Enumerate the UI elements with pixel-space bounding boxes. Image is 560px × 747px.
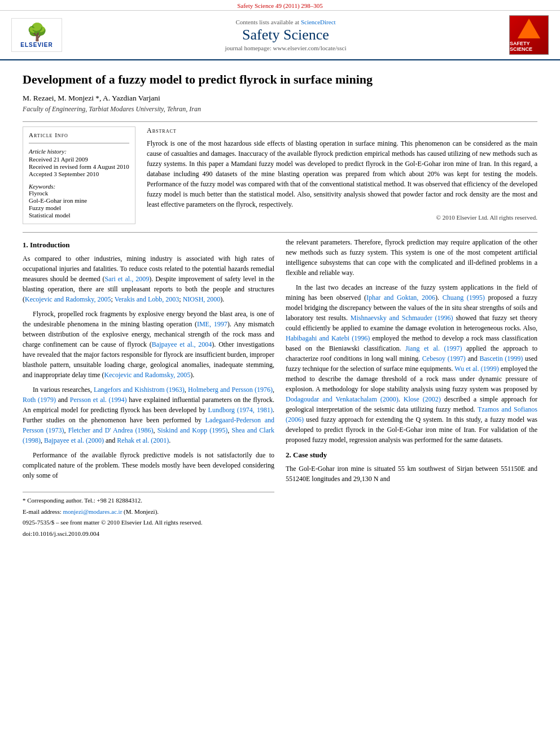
authors: M. Rezaei, M. Monjezi *, A. Yazdian Varj… <box>23 94 537 103</box>
ref-siskind[interactable]: Siskind and Kopp (1995) <box>158 426 228 434</box>
issn-line: 0925-7535/$ – see front matter © 2010 El… <box>23 518 274 527</box>
ref-iphar[interactable]: Iphar and Goktan, 2006 <box>366 294 435 302</box>
abstract-text: Flyrock is one of the most hazardous sid… <box>147 138 537 209</box>
journal-header: 🌳 ELSEVIER Contents lists available at S… <box>0 11 560 60</box>
journal-center-info: Contents lists available at ScienceDirec… <box>68 19 504 51</box>
sciencedirect-line: Contents lists available at ScienceDirec… <box>68 19 504 25</box>
ref-wu[interactable]: Wu et al. (1999) <box>454 365 498 373</box>
keywords-section: Keywords: Flyrock Gol-E-Gohar iron mine … <box>29 183 129 219</box>
authors-text: M. Rezaei, M. Monjezi *, A. Yazdian Varj… <box>23 94 160 102</box>
article-info-title: Article Info <box>29 132 129 138</box>
elsevier-label: ELSEVIER <box>20 42 53 48</box>
ref-sari[interactable]: Sari et al., 2009 <box>104 275 149 283</box>
email-link[interactable]: monjezi@modares.ac.ir <box>63 508 122 515</box>
info-divider <box>29 143 129 143</box>
ref-habibagahi[interactable]: Habibagahi and Katebi (1996) <box>286 334 370 342</box>
doi-line: doi:10.1016/j.ssci.2010.09.004 <box>23 529 274 539</box>
article-info-abstract-row: Article Info Article history: Received 2… <box>23 126 537 224</box>
ref-cebesoy[interactable]: Cebesoy (1997) <box>422 355 466 362</box>
ref-roth[interactable]: Roth (1979) <box>23 396 56 404</box>
footer-notes: * Corresponding author. Tel.: +98 21 828… <box>23 492 274 538</box>
ref-bascetin[interactable]: Bascetin (1999) <box>479 355 523 362</box>
ref-holmeberg[interactable]: Holmeberg and Persson (1976) <box>188 386 273 394</box>
keyword-1: Flyrock <box>29 190 129 196</box>
ref-klose[interactable]: Klose (2002) <box>404 395 441 403</box>
abstract-box: Abstract Flyrock is one of the most haza… <box>147 126 537 224</box>
right-column: the relevant parameters. Therefore, flyr… <box>286 237 537 540</box>
accepted-date: Accepted 3 September 2010 <box>29 171 129 177</box>
keyword-3: Fuzzy model <box>29 204 129 211</box>
section2-heading: 2. Case study <box>286 449 537 461</box>
ref-ime[interactable]: IME, 1997 <box>197 320 228 328</box>
ref-niosh[interactable]: NIOSH, 2000 <box>183 295 221 303</box>
abstract-title: Abstract <box>147 126 537 135</box>
ref-mishnaevsky[interactable]: Mishnaevsky and Schmauder (1996) <box>351 314 453 322</box>
ref-kecojevic2[interactable]: Kecojevic and Radomsky, 2005 <box>104 371 191 379</box>
sciencedirect-link[interactable]: ScienceDirect <box>301 19 336 25</box>
elsevier-tree-icon: 🌳 <box>27 22 47 42</box>
intro-para-3: In various researches, Langefors and Kis… <box>23 385 274 445</box>
copyright-text: © 2010 Elsevier Ltd. All rights reserved… <box>147 214 537 221</box>
article-title: Development of a fuzzy model to predict … <box>23 72 537 88</box>
homepage-line: journal homepage: www.elsevier.com/locat… <box>68 45 504 51</box>
logo-triangle-icon <box>518 19 540 38</box>
ref-bajpayee2000[interactable]: Bajpayee et al. (2000) <box>44 436 104 444</box>
ref-langefors[interactable]: Langefors and Kishistrom (1963) <box>94 386 185 394</box>
section2-para-1: The Gol-E-Gohar iron mine is situated 55… <box>286 464 537 484</box>
corresponding-author-note: * Corresponding author. Tel.: +98 21 828… <box>23 496 274 505</box>
ref-kecojevic2005[interactable]: Kecojevic and Radomsky, 2005 <box>25 295 111 303</box>
received-date: Received 21 April 2009 <box>29 156 129 163</box>
history-label: Article history: <box>29 148 129 155</box>
elsevier-logo: 🌳 ELSEVIER <box>11 18 62 52</box>
right-para-2: In the last two decades an increase of t… <box>286 282 537 445</box>
safety-logo-label: safety science <box>510 41 548 52</box>
journal-ref-text: Safety Science 49 (2011) 298–305 <box>237 2 323 9</box>
intro-para-1: As compared to other industries, mining … <box>23 254 274 304</box>
affiliation: Faculty of Engineering, Tarbiat Modares … <box>23 105 537 113</box>
keywords-title: Keywords: <box>29 183 129 190</box>
header-divider <box>23 121 537 122</box>
content-area: Development of a fuzzy model to predict … <box>0 60 560 551</box>
ref-tzamos[interactable]: Tzamos and Sofianos (2006) <box>286 405 537 423</box>
ref-bajpayee2004[interactable]: Bajpayee et al., 2004 <box>152 340 212 348</box>
section1-heading: 1. Introduction <box>23 239 274 251</box>
journal-reference-bar: Safety Science 49 (2011) 298–305 <box>0 0 560 11</box>
left-column: 1. Introduction As compared to other ind… <box>23 237 274 540</box>
intro-para-2: Flyrock, propelled rock fragments by exp… <box>23 309 274 380</box>
abstract-divider <box>23 232 537 233</box>
right-para-1: the relevant parameters. Therefore, flyr… <box>286 237 537 278</box>
ref-lundborg[interactable]: Lundborg (1974, 1981) <box>208 406 273 414</box>
intro-para-4: Performance of the available flyrock pre… <box>23 450 274 480</box>
keyword-2: Gol-E-Gohar iron mine <box>29 197 129 204</box>
journal-title: Safety Science <box>68 27 504 43</box>
safety-science-logo: safety science <box>509 15 549 55</box>
email-line: E-mail address: monjezi@modares.ac.ir (M… <box>23 507 274 517</box>
ref-rehak[interactable]: Rehak et al. (2001) <box>117 436 169 444</box>
revised-date: Received in revised form 4 August 2010 <box>29 163 129 170</box>
ref-verakis[interactable]: Verakis and Lobb, 2003 <box>115 295 180 303</box>
article-info-box: Article Info Article history: Received 2… <box>23 126 135 224</box>
ref-chuang[interactable]: Chuang (1995) <box>443 294 485 302</box>
ref-dodagoudar[interactable]: Dodagoudar and Venkatachalam (2000) <box>286 395 399 403</box>
ref-persson[interactable]: Persson et al. (1994) <box>70 396 127 404</box>
main-columns: 1. Introduction As compared to other ind… <box>23 237 537 540</box>
keyword-4: Statistical model <box>29 212 129 219</box>
ref-fletcher[interactable]: Fletcher and D' Andrea (1986) <box>68 426 154 434</box>
ref-jiang[interactable]: Jiang et al. (1997) <box>405 344 462 352</box>
